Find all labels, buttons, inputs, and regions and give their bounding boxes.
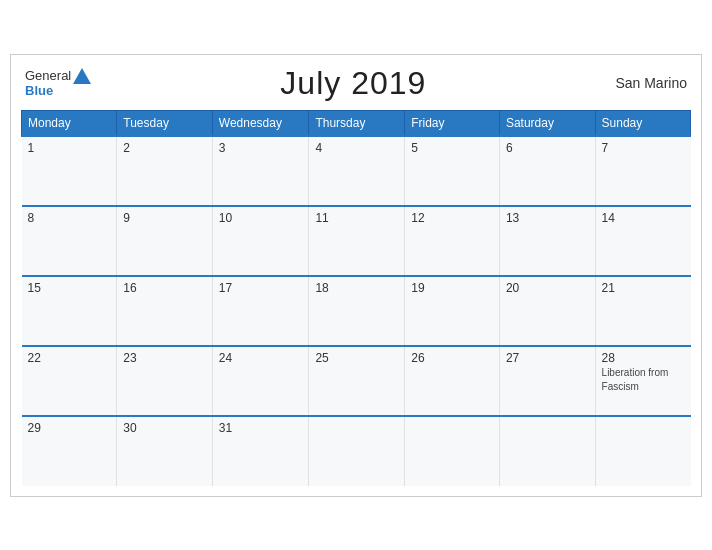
day-number: 16 <box>123 281 206 295</box>
calendar-day-cell: 17 <box>212 276 309 346</box>
calendar-day-cell: 3 <box>212 136 309 206</box>
calendar-container: General Blue July 2019 San Marino Monday… <box>10 54 702 497</box>
calendar-day-cell: 1 <box>22 136 117 206</box>
weekday-header-row: Monday Tuesday Wednesday Thursday Friday… <box>22 110 691 136</box>
day-event: Liberation from Fascism <box>602 367 669 392</box>
day-number: 11 <box>315 211 398 225</box>
calendar-day-cell: 6 <box>499 136 595 206</box>
calendar-day-cell: 9 <box>117 206 213 276</box>
day-number: 20 <box>506 281 589 295</box>
calendar-day-cell: 2 <box>117 136 213 206</box>
calendar-day-cell: 15 <box>22 276 117 346</box>
day-number: 22 <box>28 351 111 365</box>
day-number: 29 <box>28 421 111 435</box>
calendar-day-cell: 31 <box>212 416 309 486</box>
day-number: 12 <box>411 211 493 225</box>
calendar-title: July 2019 <box>280 65 426 102</box>
calendar-day-cell: 4 <box>309 136 405 206</box>
calendar-week-row: 1234567 <box>22 136 691 206</box>
day-number: 24 <box>219 351 303 365</box>
calendar-country: San Marino <box>615 75 687 91</box>
day-number: 6 <box>506 141 589 155</box>
logo-general-text: General <box>25 69 71 83</box>
day-number: 30 <box>123 421 206 435</box>
calendar-day-cell: 11 <box>309 206 405 276</box>
logo: General Blue <box>25 68 91 98</box>
logo-triangle-icon <box>73 68 91 84</box>
calendar-week-row: 891011121314 <box>22 206 691 276</box>
day-number: 10 <box>219 211 303 225</box>
day-number: 18 <box>315 281 398 295</box>
day-number: 21 <box>602 281 685 295</box>
header-saturday: Saturday <box>499 110 595 136</box>
calendar-body: 1234567891011121314151617181920212223242… <box>22 136 691 486</box>
calendar-day-cell <box>405 416 500 486</box>
day-number: 4 <box>315 141 398 155</box>
day-number: 26 <box>411 351 493 365</box>
calendar-day-cell: 30 <box>117 416 213 486</box>
day-number: 28 <box>602 351 685 365</box>
header-friday: Friday <box>405 110 500 136</box>
day-number: 9 <box>123 211 206 225</box>
calendar-day-cell: 7 <box>595 136 690 206</box>
day-number: 15 <box>28 281 111 295</box>
day-number: 2 <box>123 141 206 155</box>
calendar-day-cell <box>309 416 405 486</box>
calendar-day-cell: 16 <box>117 276 213 346</box>
calendar-day-cell <box>499 416 595 486</box>
header-sunday: Sunday <box>595 110 690 136</box>
header-tuesday: Tuesday <box>117 110 213 136</box>
calendar-day-cell: 28Liberation from Fascism <box>595 346 690 416</box>
day-number: 31 <box>219 421 303 435</box>
calendar-day-cell: 5 <box>405 136 500 206</box>
calendar-week-row: 15161718192021 <box>22 276 691 346</box>
calendar-thead: Monday Tuesday Wednesday Thursday Friday… <box>22 110 691 136</box>
day-number: 17 <box>219 281 303 295</box>
logo-blue-text: Blue <box>25 84 91 98</box>
day-number: 13 <box>506 211 589 225</box>
day-number: 7 <box>602 141 685 155</box>
calendar-day-cell: 29 <box>22 416 117 486</box>
calendar-day-cell: 18 <box>309 276 405 346</box>
calendar-day-cell: 14 <box>595 206 690 276</box>
calendar-week-row: 293031 <box>22 416 691 486</box>
day-number: 23 <box>123 351 206 365</box>
header-monday: Monday <box>22 110 117 136</box>
header-thursday: Thursday <box>309 110 405 136</box>
day-number: 25 <box>315 351 398 365</box>
day-number: 27 <box>506 351 589 365</box>
calendar-day-cell: 23 <box>117 346 213 416</box>
calendar-day-cell <box>595 416 690 486</box>
day-number: 1 <box>28 141 111 155</box>
calendar-day-cell: 19 <box>405 276 500 346</box>
day-number: 19 <box>411 281 493 295</box>
calendar-day-cell: 21 <box>595 276 690 346</box>
calendar-day-cell: 20 <box>499 276 595 346</box>
calendar-day-cell: 8 <box>22 206 117 276</box>
day-number: 14 <box>602 211 685 225</box>
calendar-day-cell: 12 <box>405 206 500 276</box>
calendar-day-cell: 26 <box>405 346 500 416</box>
day-number: 3 <box>219 141 303 155</box>
calendar-day-cell: 25 <box>309 346 405 416</box>
header-wednesday: Wednesday <box>212 110 309 136</box>
calendar-day-cell: 13 <box>499 206 595 276</box>
calendar-day-cell: 10 <box>212 206 309 276</box>
calendar-week-row: 22232425262728Liberation from Fascism <box>22 346 691 416</box>
day-number: 8 <box>28 211 111 225</box>
calendar-header: General Blue July 2019 San Marino <box>21 65 691 102</box>
calendar-day-cell: 24 <box>212 346 309 416</box>
calendar-day-cell: 27 <box>499 346 595 416</box>
calendar-day-cell: 22 <box>22 346 117 416</box>
calendar-table: Monday Tuesday Wednesday Thursday Friday… <box>21 110 691 486</box>
day-number: 5 <box>411 141 493 155</box>
